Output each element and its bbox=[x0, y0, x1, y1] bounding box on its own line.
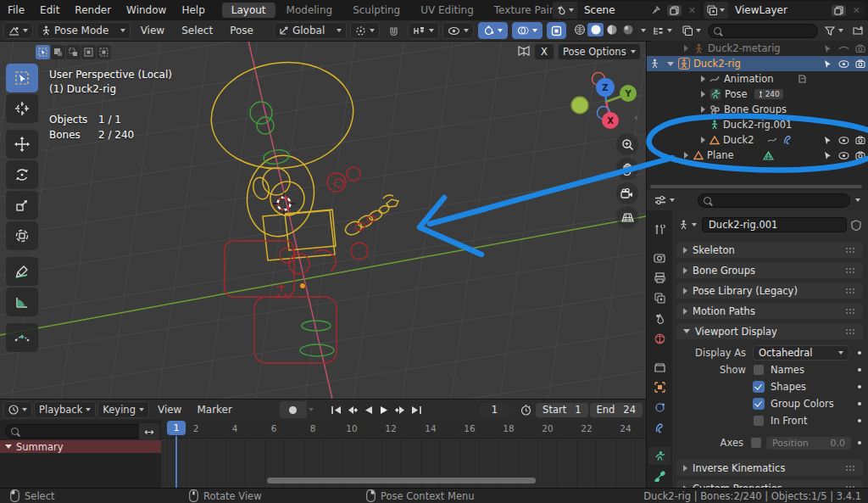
select-box-button[interactable] bbox=[51, 45, 65, 59]
shading-solid-button[interactable] bbox=[587, 23, 604, 36]
region-collapse-icon[interactable]: ‹ bbox=[634, 112, 637, 123]
tool-select-box[interactable] bbox=[6, 64, 38, 92]
editor-type-button[interactable] bbox=[3, 22, 33, 39]
properties-editor-type-button[interactable] bbox=[652, 192, 677, 209]
outliner-row-duck2-metarig[interactable]: Duck2-metarig bbox=[647, 41, 868, 56]
animate-dot[interactable] bbox=[858, 419, 861, 422]
outliner-row-plane[interactable]: Plane bbox=[647, 148, 868, 163]
outliner-filter-button[interactable] bbox=[821, 22, 847, 39]
panel-grip[interactable] bbox=[845, 465, 856, 471]
hide-eye-icon[interactable] bbox=[838, 137, 849, 144]
tool-measure[interactable] bbox=[6, 288, 38, 316]
perspective-toggle-button[interactable] bbox=[616, 206, 638, 228]
outliner-display-mode-button[interactable] bbox=[649, 22, 676, 39]
group-colors-checkbox[interactable] bbox=[753, 398, 765, 410]
playhead-line[interactable] bbox=[175, 436, 177, 488]
tab-object[interactable] bbox=[648, 378, 670, 396]
mirror-x-toggle[interactable]: X bbox=[534, 43, 554, 60]
playback-menu[interactable]: Playback bbox=[34, 401, 96, 418]
tab-world[interactable] bbox=[648, 330, 670, 348]
menu-render[interactable]: Render bbox=[67, 4, 119, 16]
menu-pose[interactable]: Pose bbox=[223, 25, 260, 36]
tab-bone[interactable] bbox=[648, 467, 670, 485]
tab-render[interactable] bbox=[648, 249, 670, 266]
timeline-editor-type-button[interactable] bbox=[3, 401, 32, 418]
tool-move[interactable] bbox=[6, 130, 38, 159]
use-preview-range-toggle[interactable] bbox=[518, 401, 534, 418]
disable-render-icon[interactable] bbox=[855, 44, 865, 53]
new-scene-button[interactable] bbox=[667, 5, 682, 16]
properties-options-icon[interactable] bbox=[855, 198, 860, 202]
pin-icon[interactable] bbox=[648, 6, 665, 14]
panel-motion-paths[interactable]: Motion Paths bbox=[676, 303, 863, 319]
id-name-field[interactable]: Duck2-rig.001 bbox=[702, 217, 847, 232]
tab-constraints[interactable] bbox=[648, 419, 670, 437]
panel-inverse-kinematics[interactable]: Inverse Kinematics bbox=[676, 460, 863, 476]
disable-render-icon[interactable] bbox=[855, 59, 865, 68]
snap-toggle[interactable] bbox=[383, 22, 404, 39]
menu-edit[interactable]: Edit bbox=[32, 4, 67, 16]
select-intersect-button[interactable] bbox=[97, 45, 111, 59]
workspace-tab-layout[interactable]: Layout bbox=[222, 3, 275, 18]
disable-render-icon[interactable] bbox=[855, 136, 865, 144]
pose-options-dropdown[interactable]: Pose Options bbox=[558, 43, 641, 60]
timeline-view-menu[interactable]: View bbox=[151, 404, 188, 416]
workspace-tab-modeling[interactable]: Modeling bbox=[277, 3, 342, 18]
jump-to-end-button[interactable] bbox=[409, 403, 425, 416]
axes-position-slider[interactable]: Position 0.0 bbox=[766, 437, 851, 450]
unlink-scene-icon[interactable]: ✕ bbox=[684, 5, 700, 16]
selectable-icon[interactable] bbox=[823, 44, 832, 53]
tool-rotate[interactable] bbox=[6, 160, 38, 189]
tab-scene[interactable] bbox=[648, 310, 670, 327]
next-keyframe-button[interactable] bbox=[392, 403, 409, 416]
panel-grip[interactable] bbox=[845, 267, 856, 273]
new-collection-button[interactable] bbox=[850, 22, 866, 39]
select-lasso-button[interactable] bbox=[81, 45, 96, 59]
axes-checkbox[interactable] bbox=[750, 437, 762, 449]
pan-hand-button[interactable] bbox=[616, 158, 638, 180]
shading-dropdown-icon[interactable] bbox=[641, 29, 646, 32]
current-frame-field[interactable]: 1 bbox=[480, 403, 509, 417]
new-viewlayer-button[interactable] bbox=[832, 5, 846, 16]
outliner-row-animation[interactable]: Animation bbox=[647, 71, 868, 87]
zoom-button[interactable] bbox=[616, 133, 638, 155]
tab-collection[interactable] bbox=[648, 358, 670, 376]
animate-dot[interactable] bbox=[858, 385, 861, 388]
tool-pose-breakdowner[interactable] bbox=[6, 323, 38, 352]
object-visibility-button[interactable] bbox=[442, 22, 474, 39]
tool-scale[interactable] bbox=[6, 191, 38, 220]
disable-render-icon[interactable] bbox=[855, 151, 865, 159]
outliner-search-input[interactable] bbox=[708, 24, 818, 38]
expand-icon[interactable] bbox=[701, 75, 705, 82]
expand-icon[interactable] bbox=[684, 152, 688, 159]
jump-to-start-button[interactable] bbox=[328, 403, 344, 416]
tool-annotate[interactable] bbox=[6, 257, 38, 286]
hide-eye-icon[interactable] bbox=[838, 152, 849, 159]
outliner-scrollbar[interactable] bbox=[650, 185, 862, 188]
panel-pose-library[interactable]: Pose Library (Legacy) bbox=[676, 282, 863, 299]
panel-grip[interactable] bbox=[845, 288, 856, 293]
channel-expand-icon[interactable] bbox=[5, 444, 12, 449]
panel-grip[interactable] bbox=[845, 247, 856, 253]
panel-grip[interactable] bbox=[845, 308, 856, 314]
timeline-ruler[interactable]: 2 4 6 8 10 12 14 16 18 20 22 24 bbox=[161, 420, 646, 439]
scene-name[interactable]: Scene bbox=[577, 4, 648, 16]
xray-toggle[interactable] bbox=[547, 22, 566, 39]
outliner-row-duck2-rig-001[interactable]: Duck2-rig.001 bbox=[647, 117, 868, 132]
shading-material-button[interactable] bbox=[604, 23, 620, 36]
collapse-icon[interactable] bbox=[667, 62, 674, 66]
expand-icon[interactable] bbox=[701, 91, 705, 98]
tab-view-layer[interactable] bbox=[648, 289, 670, 307]
properties-search-input[interactable] bbox=[698, 193, 850, 208]
panel-grip[interactable] bbox=[845, 328, 856, 334]
outliner-filter-display-button[interactable] bbox=[679, 22, 704, 39]
mode-selector[interactable]: Pose Mode bbox=[36, 22, 131, 39]
shapes-checkbox[interactable] bbox=[753, 381, 765, 393]
select-circle-button[interactable] bbox=[66, 45, 81, 59]
outliner-row-bone-groups[interactable]: Bone Groups bbox=[647, 102, 868, 117]
frame-end-field[interactable]: End 24 bbox=[590, 403, 643, 417]
viewlayer-icon[interactable] bbox=[704, 2, 728, 19]
outliner-row-pose[interactable]: Pose 240 bbox=[647, 87, 868, 102]
panel-viewport-display[interactable]: Viewport Display bbox=[676, 323, 863, 339]
expand-icon[interactable] bbox=[701, 106, 705, 113]
